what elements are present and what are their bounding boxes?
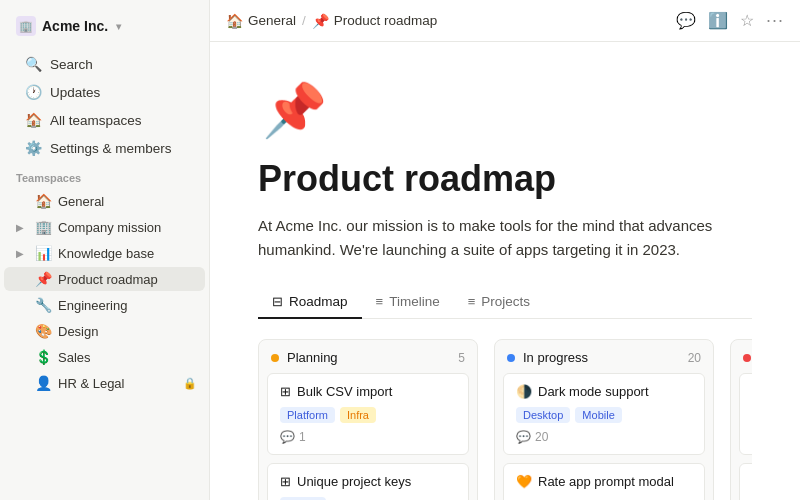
timeline-tab-label: Timeline [389, 294, 440, 309]
at-risk-cards: 📕 Journal Noteb… Desktop 💬 7 [731, 373, 752, 500]
card-tags: Desktop Mobile [516, 407, 692, 423]
card-rate-app-prompt[interactable]: 🧡 Rate app prompt modal 💬 11 [503, 463, 705, 500]
workspace-icon: 🏢 [16, 16, 36, 36]
info-icon[interactable]: ℹ️ [708, 11, 728, 30]
page-description: At Acme Inc. our mission is to make tool… [258, 214, 752, 262]
company-mission-icon: 🏢 [34, 219, 52, 235]
hr-legal-icon: 👤 [34, 375, 52, 391]
comment-bubble-icon: 💬 [280, 430, 295, 444]
card-icon: ⊞ [280, 474, 291, 489]
design-icon: 🎨 [34, 323, 52, 339]
tag-platform: Platform [280, 407, 335, 423]
expand-arrow-icon [12, 271, 28, 287]
teamspaces-section-label: Teamspaces [0, 162, 209, 188]
lock-icon: 🔒 [183, 377, 197, 390]
card-bulk-csv[interactable]: ⊞ Bulk CSV import Platform Infra 💬 1 [267, 373, 469, 455]
atrisk-status-dot [743, 354, 751, 362]
sidebar-item-design[interactable]: 🎨 Design [4, 319, 205, 343]
card-unique-project-keys[interactable]: ⊞ Unique project keys Mobile 💬 5 [267, 463, 469, 500]
expand-arrow-icon [12, 375, 28, 391]
expand-arrow-icon [12, 323, 28, 339]
in-progress-cards: 🌗 Dark mode support Desktop Mobile 💬 20 [495, 373, 713, 500]
sidebar-item-general[interactable]: 🏠 General [4, 189, 205, 213]
search-label: Search [50, 57, 93, 72]
card-ipad-keyboard[interactable]: ⌨️ iPad Keyboard… Mobile 💬 0 [739, 463, 752, 500]
sales-icon: 💲 [34, 349, 52, 365]
expand-arrow-icon [12, 349, 28, 365]
tab-projects[interactable]: ≡ Projects [454, 286, 544, 319]
expand-arrow-icon: ▶ [12, 245, 28, 261]
home-icon: 🏠 [226, 13, 243, 29]
roadmap-tab-label: Roadmap [289, 294, 348, 309]
expand-arrow-icon [12, 193, 28, 209]
sidebar-item-engineering[interactable]: 🔧 Engineering [4, 293, 205, 317]
expand-arrow-icon: ▶ [12, 219, 28, 235]
card-dark-mode[interactable]: 🌗 Dark mode support Desktop Mobile 💬 20 [503, 373, 705, 455]
breadcrumb-general[interactable]: 🏠 General [226, 13, 296, 29]
projects-tab-icon: ≡ [468, 294, 476, 309]
sidebar-item-company-mission[interactable]: ▶ 🏢 Company mission [4, 215, 205, 239]
page-emoji: 📌 [258, 74, 330, 146]
card-title: ⊞ Bulk CSV import [280, 384, 456, 399]
topbar-actions: 💬 ℹ️ ☆ ··· [676, 10, 784, 31]
sidebar-item-product-roadmap[interactable]: 📌 Product roadmap [4, 267, 205, 291]
star-icon[interactable]: ☆ [740, 11, 754, 30]
sidebar-item-search[interactable]: 🔍 Search [8, 51, 201, 77]
breadcrumb-product-roadmap-label: Product roadmap [334, 13, 438, 28]
comment-icon[interactable]: 💬 [676, 11, 696, 30]
column-header-in-progress: In progress 20 [495, 340, 713, 373]
sidebar-item-settings[interactable]: ⚙️ Settings & members [8, 135, 201, 161]
general-icon: 🏠 [34, 193, 52, 209]
card-comment-count: 💬 1 [280, 430, 456, 444]
engineering-icon: 🔧 [34, 297, 52, 313]
tab-roadmap[interactable]: ⊟ Roadmap [258, 286, 362, 319]
product-roadmap-icon: 📌 [34, 271, 52, 287]
knowledge-base-icon: 📊 [34, 245, 52, 261]
company-mission-label: Company mission [58, 220, 197, 235]
engineering-label: Engineering [58, 298, 197, 313]
workspace-header[interactable]: 🏢 Acme Inc. ▾ [8, 10, 201, 42]
planning-cards: ⊞ Bulk CSV import Platform Infra 💬 1 [259, 373, 477, 500]
inprogress-label: In progress [523, 350, 588, 365]
sidebar-item-hr-legal[interactable]: 👤 HR & Legal 🔒 [4, 371, 205, 395]
teamspaces-icon: 🏠 [24, 112, 42, 128]
tab-timeline[interactable]: ≡ Timeline [362, 286, 454, 319]
card-icon: ⊞ [280, 384, 291, 399]
expand-arrow-icon [12, 297, 28, 313]
roadmap-tab-icon: ⊟ [272, 294, 283, 309]
card-title: 🌗 Dark mode support [516, 384, 692, 399]
product-roadmap-label: Product roadmap [58, 272, 197, 287]
updates-label: Updates [50, 85, 100, 100]
main-content: 🏠 General / 📌 Product roadmap 💬 ℹ️ ☆ ···… [210, 0, 800, 500]
planning-status-dot [271, 354, 279, 362]
breadcrumb: 🏠 General / 📌 Product roadmap [226, 13, 670, 29]
kanban-column-planning: Planning 5 ⊞ Bulk CSV import Platform In… [258, 339, 478, 500]
breadcrumb-general-label: General [248, 13, 296, 28]
card-comment-count: 💬 20 [516, 430, 692, 444]
kanban-column-in-progress: In progress 20 🌗 Dark mode support Deskt… [494, 339, 714, 500]
workspace-name: Acme Inc. [42, 18, 108, 34]
tag-desktop: Desktop [516, 407, 570, 423]
sidebar-item-knowledge-base[interactable]: ▶ 📊 Knowledge base [4, 241, 205, 265]
planning-label: Planning [287, 350, 338, 365]
topbar: 🏠 General / 📌 Product roadmap 💬 ℹ️ ☆ ··· [210, 0, 800, 42]
kanban-board: Planning 5 ⊞ Bulk CSV import Platform In… [258, 339, 752, 500]
sidebar-item-updates[interactable]: 🕐 Updates [8, 79, 201, 105]
sidebar-item-sales[interactable]: 💲 Sales [4, 345, 205, 369]
tag-mobile: Mobile [575, 407, 621, 423]
card-journal-notebook[interactable]: 📕 Journal Noteb… Desktop 💬 7 [739, 373, 752, 455]
sidebar-item-all-teamspaces[interactable]: 🏠 All teamspaces [8, 107, 201, 133]
dark-mode-icon: 🌗 [516, 384, 532, 399]
hr-legal-label: HR & Legal [58, 376, 177, 391]
comment-bubble-icon: 💬 [516, 430, 531, 444]
more-icon[interactable]: ··· [766, 10, 784, 31]
breadcrumb-separator: / [302, 13, 306, 28]
rate-icon: 🧡 [516, 474, 532, 489]
column-header-at-risk: At risk 11 [731, 340, 752, 373]
breadcrumb-product-roadmap[interactable]: 📌 Product roadmap [312, 13, 438, 29]
projects-tab-label: Projects [481, 294, 530, 309]
design-label: Design [58, 324, 197, 339]
general-label: General [58, 194, 197, 209]
comment-count: 1 [299, 430, 306, 444]
tag-infra: Infra [340, 407, 376, 423]
